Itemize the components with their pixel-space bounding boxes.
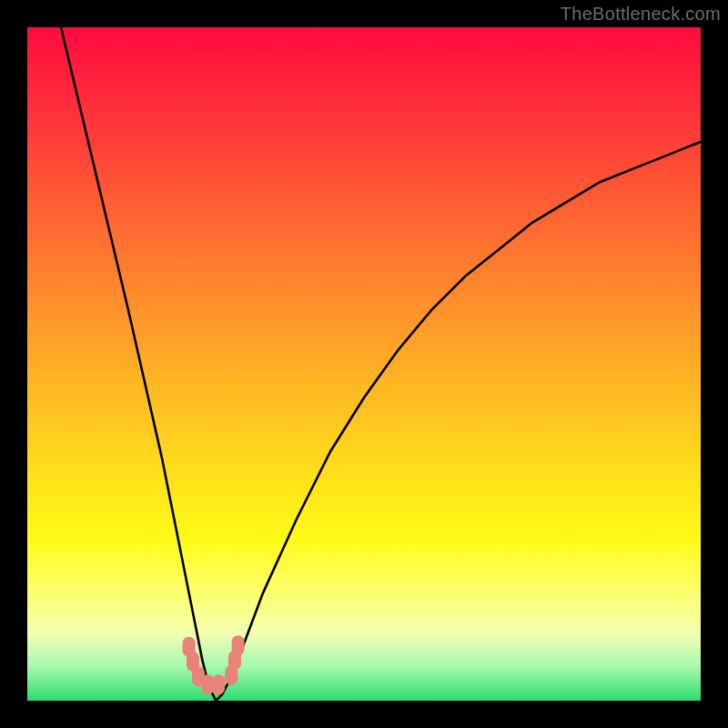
marker-dot	[212, 674, 225, 694]
marker-dot	[232, 635, 245, 655]
plot-area	[27, 27, 701, 701]
bottleneck-curve	[61, 27, 701, 701]
watermark-text: TheBottleneck.com	[561, 4, 721, 25]
curve-markers	[183, 635, 245, 694]
curve-svg	[27, 27, 701, 701]
chart-frame: TheBottleneck.com	[0, 0, 728, 728]
